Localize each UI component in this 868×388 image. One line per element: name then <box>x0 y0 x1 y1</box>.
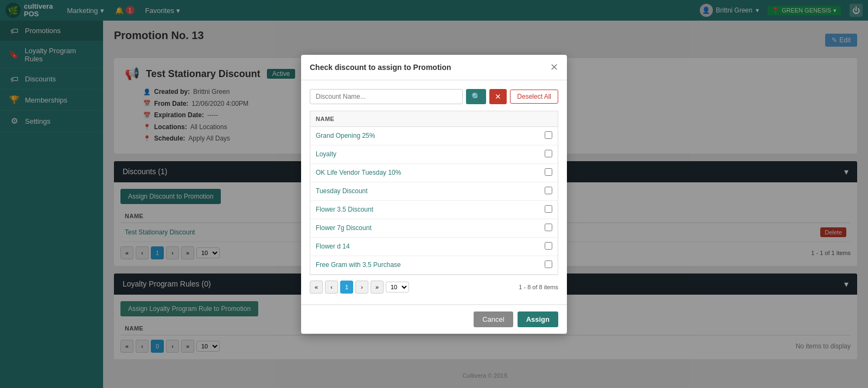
assign-discount-modal: Check discount to assign to Promotion ✕ … <box>301 55 567 334</box>
search-input[interactable] <box>310 89 463 104</box>
discount-list-item: Flower 3.5 Discount <box>310 200 558 219</box>
discount-list-item: Loyalty <box>310 145 558 163</box>
discount-item-checkbox[interactable] <box>545 150 552 157</box>
search-row: 🔍 ✕ Deselect All <box>310 89 558 104</box>
discount-item-checkbox[interactable] <box>545 168 552 176</box>
modal-last-page-btn[interactable]: » <box>371 281 384 294</box>
modal-header: Check discount to assign to Promotion ✕ <box>301 55 567 80</box>
modal-body: 🔍 ✕ Deselect All NAME Grand Opening 25% <box>301 80 567 304</box>
discount-list-item: OK Life Vendor Tuesday 10% <box>310 163 558 182</box>
deselect-all-button[interactable]: Deselect All <box>510 90 558 104</box>
clear-search-button[interactable]: ✕ <box>489 89 507 104</box>
discount-item-name: Flower 7g Discount <box>310 219 539 237</box>
discount-item-name: Grand Opening 25% <box>310 126 539 145</box>
modal-next-page-btn[interactable]: › <box>355 281 368 294</box>
modal-close-button[interactable]: ✕ <box>550 61 558 73</box>
cancel-button[interactable]: Cancel <box>474 311 513 327</box>
modal-pagination: « ‹ 1 › » 10 25 50 1 - 8 of 8 items <box>310 275 558 296</box>
discount-item-name: Flower 3.5 Discount <box>310 200 539 219</box>
discount-item-checkbox[interactable] <box>545 205 552 213</box>
modal-first-page-btn[interactable]: « <box>310 281 323 294</box>
discount-list-item: Grand Opening 25% <box>310 126 558 145</box>
modal-current-page-btn[interactable]: 1 <box>340 281 353 294</box>
discount-item-checkbox[interactable] <box>545 260 552 268</box>
discount-item-checkbox[interactable] <box>545 242 552 250</box>
discount-item-name: Loyalty <box>310 145 539 163</box>
modal-prev-page-btn[interactable]: ‹ <box>325 281 338 294</box>
discount-item-name: Flower d 14 <box>310 237 539 256</box>
discount-item-name: OK Life Vendor Tuesday 10% <box>310 163 539 182</box>
assign-button[interactable]: Assign <box>518 311 558 327</box>
modal-page-size-select[interactable]: 10 25 50 <box>386 282 409 292</box>
discount-list-table: NAME Grand Opening 25% Loyalty OK Life V… <box>310 111 558 275</box>
modal-footer: Cancel Assign <box>301 304 567 334</box>
discount-list-item: Tuesday Discount <box>310 182 558 200</box>
modal-items-info: 1 - 8 of 8 items <box>519 284 558 290</box>
discount-item-checkbox[interactable] <box>545 187 552 194</box>
discount-item-name: Free Gram with 3.5 Purchase <box>310 256 539 274</box>
discount-item-checkbox[interactable] <box>545 131 552 139</box>
discount-list-item: Free Gram with 3.5 Purchase <box>310 256 558 274</box>
discount-item-checkbox[interactable] <box>545 224 552 231</box>
modal-title: Check discount to assign to Promotion <box>310 63 451 72</box>
discount-item-name: Tuesday Discount <box>310 182 539 200</box>
discount-list-item: Flower d 14 <box>310 237 558 256</box>
modal-overlay[interactable]: Check discount to assign to Promotion ✕ … <box>0 0 868 388</box>
discount-list-item: Flower 7g Discount <box>310 219 558 237</box>
modal-col-name: NAME <box>310 111 539 127</box>
search-button[interactable]: 🔍 <box>466 89 486 104</box>
